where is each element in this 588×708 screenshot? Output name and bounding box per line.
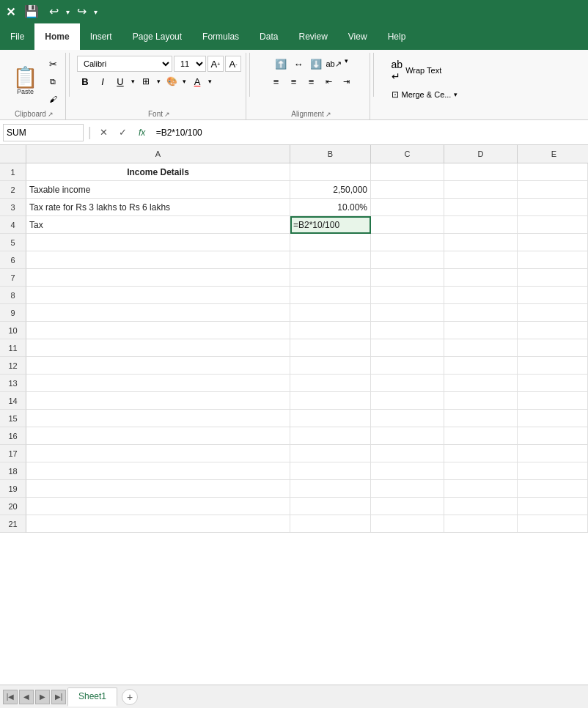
- list-item[interactable]: [290, 375, 371, 392]
- list-item[interactable]: [518, 322, 588, 339]
- list-item[interactable]: [290, 357, 371, 375]
- list-item[interactable]: [518, 234, 588, 251]
- decrease-font-button[interactable]: A-: [225, 56, 241, 72]
- borders-dropdown[interactable]: ▾: [155, 76, 162, 86]
- list-item[interactable]: [444, 199, 518, 216]
- list-item[interactable]: [518, 498, 588, 515]
- list-item[interactable]: [518, 251, 588, 269]
- col-header-d[interactable]: D: [444, 145, 518, 163]
- list-item[interactable]: [371, 339, 444, 357]
- list-item[interactable]: [290, 322, 371, 339]
- list-item[interactable]: [444, 322, 518, 339]
- decrease-indent-button[interactable]: ⇤: [321, 73, 337, 89]
- list-item[interactable]: [444, 216, 518, 234]
- list-item[interactable]: [444, 269, 518, 287]
- clipboard-dialog-icon[interactable]: ↗: [48, 111, 54, 118]
- list-item[interactable]: Tax: [26, 216, 290, 234]
- row-header-2[interactable]: 2: [0, 181, 26, 199]
- sheet-nav-first[interactable]: |◀: [3, 690, 18, 704]
- undo-button[interactable]: ↩: [46, 4, 62, 19]
- list-item[interactable]: [518, 462, 588, 480]
- list-item[interactable]: [290, 392, 371, 410]
- list-item[interactable]: [26, 339, 290, 357]
- list-item[interactable]: [290, 427, 371, 445]
- list-item[interactable]: [371, 498, 444, 515]
- customize-dropdown[interactable]: ▾: [94, 8, 98, 16]
- row-header-4[interactable]: 4: [0, 216, 26, 234]
- orientation-dropdown[interactable]: ▾: [343, 56, 350, 72]
- list-item[interactable]: [290, 462, 371, 480]
- list-item[interactable]: [371, 322, 444, 339]
- row-header-7[interactable]: 7: [0, 269, 26, 287]
- list-item[interactable]: [371, 234, 444, 251]
- row-header-10[interactable]: 10: [0, 322, 26, 339]
- list-item[interactable]: [26, 357, 290, 375]
- list-item[interactable]: Tax rate for Rs 3 lakhs to Rs 6 lakhs: [26, 199, 290, 216]
- list-item[interactable]: [518, 375, 588, 392]
- tab-page-layout[interactable]: Page Layout: [122, 23, 192, 50]
- underline-dropdown[interactable]: ▾: [130, 76, 136, 86]
- row-header-1[interactable]: 1: [0, 163, 26, 181]
- list-item[interactable]: [26, 427, 290, 445]
- tab-view[interactable]: View: [338, 23, 378, 50]
- list-item[interactable]: [444, 163, 518, 181]
- list-item[interactable]: [26, 269, 290, 287]
- cancel-formula-button[interactable]: ✕: [96, 125, 112, 141]
- row-header-9[interactable]: 9: [0, 304, 26, 322]
- list-item[interactable]: [518, 515, 588, 533]
- list-item[interactable]: [518, 287, 588, 304]
- list-item[interactable]: [518, 181, 588, 199]
- list-item[interactable]: [444, 287, 518, 304]
- tab-file[interactable]: File: [0, 23, 34, 50]
- list-item[interactable]: [290, 234, 371, 251]
- borders-button[interactable]: ⊞: [138, 73, 154, 89]
- underline-button[interactable]: U: [112, 73, 128, 89]
- font-color-dropdown[interactable]: ▾: [207, 76, 213, 86]
- row-header-8[interactable]: 8: [0, 287, 26, 304]
- col-header-c[interactable]: C: [371, 145, 444, 163]
- left-align-button[interactable]: ≡: [268, 73, 284, 89]
- list-item[interactable]: [444, 339, 518, 357]
- row-header-19[interactable]: 19: [0, 480, 26, 498]
- bottom-align-button[interactable]: ⬇️: [308, 56, 324, 72]
- sheet-nav-next[interactable]: ▶: [35, 690, 50, 704]
- list-item[interactable]: [444, 304, 518, 322]
- list-item[interactable]: 2,50,000: [290, 181, 371, 199]
- cut-button[interactable]: ✂: [45, 56, 61, 72]
- list-item[interactable]: [518, 163, 588, 181]
- row-header-18[interactable]: 18: [0, 462, 26, 480]
- list-item[interactable]: [290, 287, 371, 304]
- wrap-text-button[interactable]: ab↵ Wrap Text: [386, 56, 447, 85]
- tab-data[interactable]: Data: [249, 23, 288, 50]
- col-header-a[interactable]: A: [26, 145, 290, 163]
- list-item[interactable]: [518, 304, 588, 322]
- list-item[interactable]: Income Details: [26, 163, 290, 181]
- list-item[interactable]: [290, 269, 371, 287]
- corner-cell[interactable]: [0, 145, 26, 163]
- list-item[interactable]: [26, 287, 290, 304]
- top-align-button[interactable]: ⬆️: [273, 56, 289, 72]
- list-item[interactable]: [26, 375, 290, 392]
- list-item[interactable]: [444, 375, 518, 392]
- name-box[interactable]: SUM: [3, 124, 84, 141]
- list-item[interactable]: [444, 392, 518, 410]
- tab-review[interactable]: Review: [288, 23, 337, 50]
- list-item[interactable]: [371, 357, 444, 375]
- list-item[interactable]: [518, 269, 588, 287]
- middle-align-button[interactable]: ↔: [290, 56, 306, 72]
- col-header-b[interactable]: B: [290, 145, 371, 163]
- redo-button[interactable]: ↪: [74, 4, 89, 19]
- list-item[interactable]: [290, 498, 371, 515]
- list-item[interactable]: [444, 445, 518, 462]
- list-item[interactable]: [444, 357, 518, 375]
- list-item[interactable]: [26, 322, 290, 339]
- formula-input[interactable]: [153, 128, 585, 138]
- list-item[interactable]: [290, 304, 371, 322]
- list-item[interactable]: [518, 199, 588, 216]
- tab-home[interactable]: Home: [34, 23, 79, 50]
- list-item[interactable]: [290, 515, 371, 533]
- list-item[interactable]: [518, 427, 588, 445]
- list-item[interactable]: [518, 392, 588, 410]
- sheet-tab-sheet1[interactable]: Sheet1: [67, 687, 117, 707]
- list-item[interactable]: [518, 216, 588, 234]
